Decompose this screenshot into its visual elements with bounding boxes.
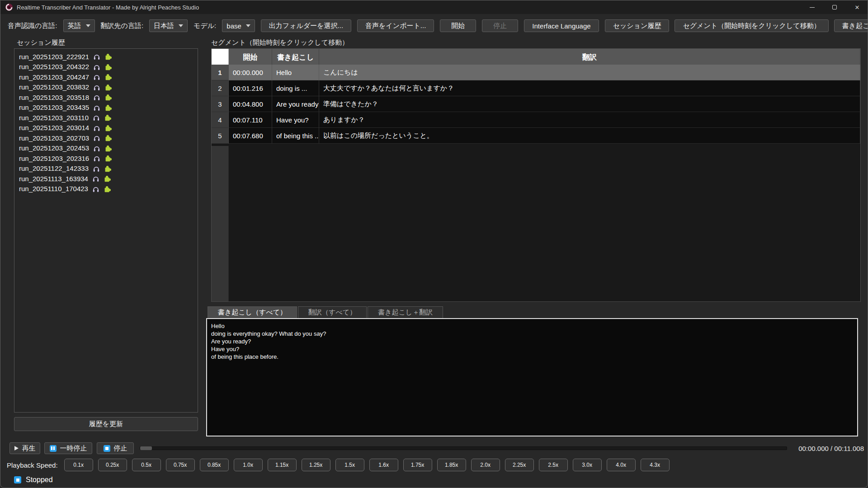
refresh-history-button[interactable]: 履歴を更新 [14, 417, 198, 431]
model-select[interactable]: base [222, 19, 255, 32]
interface-language-button[interactable]: Interface Language [524, 19, 599, 32]
cell-translation[interactable]: こんにちは [319, 65, 860, 80]
speed-button[interactable]: 3.0x [573, 459, 602, 471]
speed-button[interactable]: 4.0x [607, 459, 636, 471]
stop-button[interactable]: 停止 [482, 19, 518, 32]
puzzle-piece-icon [104, 134, 112, 141]
start-button[interactable]: 開始 [440, 19, 476, 32]
session-history-title: セッション履歴 [17, 38, 65, 47]
column-header-translation[interactable]: 翻訳 [319, 49, 860, 67]
speed-button[interactable]: 2.25x [505, 459, 534, 471]
row-header-strip [212, 146, 229, 301]
cell-translation[interactable]: 準備はできたか？ [319, 96, 860, 112]
cell-start[interactable]: 00:07.110 [229, 112, 272, 128]
chevron-down-icon [86, 24, 90, 27]
source-language-select[interactable]: 英語 [63, 19, 95, 32]
seek-slider[interactable] [140, 446, 787, 450]
cell-transcript[interactable]: of being this ... [272, 128, 319, 144]
minimize-button[interactable] [801, 0, 823, 14]
session-list-item[interactable]: run_20251110_170423 [14, 184, 198, 194]
speed-button[interactable]: 2.0x [471, 459, 500, 471]
session-list-item[interactable]: run_20251203_203110 [14, 113, 198, 123]
session-name: run_20251203_204247 [19, 73, 89, 81]
speed-button[interactable]: 0.5x [132, 459, 161, 471]
play-button[interactable]: 再生 [9, 442, 40, 454]
playback-speed-label: Playback Speed: [7, 461, 58, 469]
column-header-start[interactable]: 開始 [229, 49, 272, 67]
play-icon [14, 446, 19, 450]
speed-button[interactable]: 0.1x [64, 459, 93, 471]
target-language-select[interactable]: 日本語 [149, 19, 188, 32]
row-header[interactable]: 2 [212, 80, 229, 96]
session-list-item[interactable]: run_20251122_142333 [14, 164, 198, 174]
model-label: モデル: [193, 22, 216, 30]
speed-button[interactable]: 4.3x [641, 459, 670, 471]
session-name: run_20251203_203832 [19, 83, 89, 91]
cell-translation[interactable]: 以前はこの場所だったということ。 [319, 128, 860, 144]
speed-button[interactable]: 0.75x [166, 459, 195, 471]
cell-start[interactable]: 00:01.216 [229, 80, 272, 96]
select-output-folder-button[interactable]: 出力フォルダーを選択... [261, 19, 351, 32]
session-list-item[interactable]: run_20251203_204322 [14, 62, 198, 72]
cell-transcript[interactable]: doing is ... [272, 80, 319, 96]
transcript-textarea[interactable]: Hello doing is everything okay? What do … [206, 318, 858, 436]
session-name: run_20251203_202453 [19, 144, 89, 152]
session-list-item[interactable]: run_20251203_203832 [14, 82, 198, 93]
speed-button[interactable]: 1.5x [335, 459, 364, 471]
row-header[interactable]: 1 [212, 65, 229, 80]
speed-button[interactable]: 0.85x [200, 459, 229, 471]
tab-transcript-plus-translation[interactable]: 書き起こし＋翻訳 [368, 306, 443, 318]
cell-transcript[interactable]: Hello [272, 65, 319, 80]
headphones-icon [93, 155, 100, 162]
speed-button[interactable]: 2.5x [539, 459, 568, 471]
session-list-item[interactable]: run_20251203_203014 [14, 123, 198, 133]
seek-slider-handle[interactable] [140, 446, 152, 450]
table-corner-cell[interactable] [212, 49, 229, 67]
session-list-item[interactable]: run_20251203_203435 [14, 103, 198, 113]
session-list-item[interactable]: run_20251203_202453 [14, 143, 198, 154]
speed-button[interactable]: 1.0x [234, 459, 263, 471]
stop-playback-button[interactable]: 停止 [97, 442, 134, 454]
cell-start[interactable]: 00:07.680 [229, 128, 272, 144]
row-header[interactable]: 3 [212, 96, 229, 112]
speed-button[interactable]: 1.15x [268, 459, 297, 471]
cell-transcript[interactable]: Are you ready? [272, 96, 319, 112]
panel-toggle-segments[interactable]: セグメント（開始時刻をクリックして移動） [675, 19, 828, 32]
tab-translation-all[interactable]: 翻訳（すべて） [298, 306, 367, 318]
session-list-item[interactable]: run_20251203_202316 [14, 153, 198, 164]
session-list-item[interactable]: run_20251113_163934 [14, 174, 198, 184]
speed-button[interactable]: 1.85x [437, 459, 466, 471]
session-name: run_20251203_203014 [19, 124, 89, 131]
tab-transcript-all[interactable]: 書き起こし（すべて） [208, 306, 297, 318]
session-name: run_20251110_170423 [19, 185, 88, 192]
speed-button[interactable]: 1.6x [369, 459, 398, 471]
puzzle-piece-icon [104, 155, 112, 162]
pause-button[interactable]: 一時停止 [44, 442, 92, 454]
session-list-item[interactable]: run_20251203_204247 [14, 72, 198, 82]
cell-translation[interactable]: ありますか？ [319, 112, 860, 128]
row-header[interactable]: 5 [212, 128, 229, 144]
panel-toggle-session-history[interactable]: セッション履歴 [605, 19, 670, 32]
session-list-item[interactable]: run_20251203_222921 [14, 52, 198, 62]
session-list-item[interactable]: run_20251203_203518 [14, 92, 198, 103]
target-language-value: 日本語 [154, 22, 174, 30]
session-list-item[interactable]: run_20251203_202703 [14, 133, 198, 143]
column-header-transcript[interactable]: 書き起こし [272, 49, 319, 67]
cell-start[interactable]: 00:04.800 [229, 96, 272, 112]
headphones-icon [93, 124, 100, 131]
speed-button[interactable]: 1.75x [403, 459, 432, 471]
cell-translation[interactable]: 大丈夫ですか？あなたは何と言いますか？ [319, 80, 860, 96]
cell-start[interactable]: 00:00.000 [229, 65, 272, 80]
session-history-list[interactable]: run_20251203_222921 run_20251203_204322 [14, 48, 198, 413]
session-name: run_20251122_142333 [19, 164, 89, 172]
cell-transcript[interactable]: Have you? [272, 112, 319, 128]
speed-button[interactable]: 0.25x [98, 459, 127, 471]
panel-toggle-transcript-translation[interactable]: 書き起こし＋翻訳 [834, 19, 868, 32]
import-audio-button[interactable]: 音声をインポート... [357, 19, 434, 32]
close-button[interactable]: ✕ [846, 0, 868, 14]
row-header[interactable]: 4 [212, 112, 229, 128]
headphones-icon [93, 94, 100, 101]
source-language-label: 音声認識の言語: [8, 22, 57, 30]
maximize-button[interactable] [823, 0, 846, 14]
speed-button[interactable]: 1.25x [302, 459, 330, 471]
